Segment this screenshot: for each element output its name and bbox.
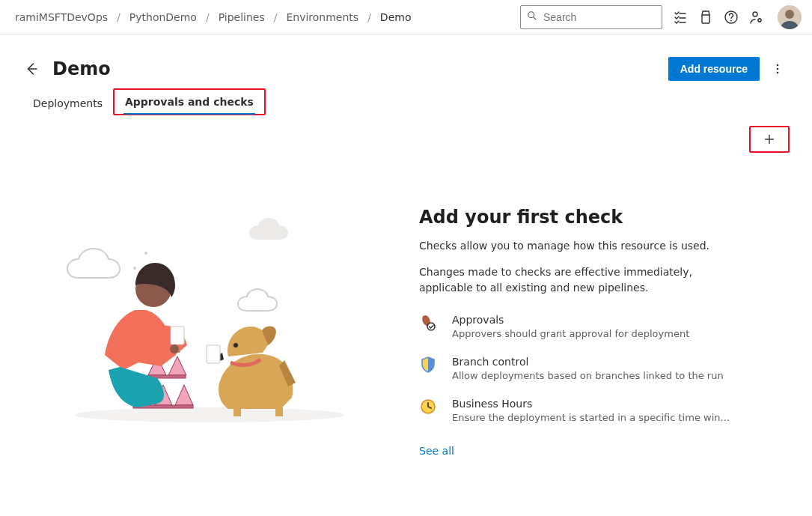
svg-point-7	[785, 10, 794, 19]
clock-icon	[419, 398, 437, 416]
search-icon	[527, 10, 537, 23]
breadcrumb-item[interactable]: ramiMSFTDevOps	[10, 8, 112, 26]
empty-illustration	[37, 199, 359, 424]
empty-paragraph: Checks allow you to manage how this reso…	[419, 238, 741, 254]
svg-rect-31	[233, 409, 241, 416]
svg-point-3	[730, 19, 732, 21]
marketplace-icon[interactable]	[698, 10, 713, 25]
svg-rect-32	[275, 407, 283, 416]
search-input[interactable]	[542, 10, 656, 24]
empty-paragraph: Changes made to checks are effective imm…	[419, 264, 741, 296]
empty-state-text: Add your first check Checks allow you to…	[419, 199, 741, 457]
page-header: Demo Add resource	[0, 34, 812, 88]
check-suggestions-list: Approvals Approvers should grant approva…	[419, 314, 741, 425]
add-resource-button[interactable]: Add resource	[668, 57, 760, 81]
avatar[interactable]	[778, 5, 802, 29]
back-button[interactable]	[22, 60, 40, 78]
breadcrumb-separator: /	[204, 11, 211, 23]
check-item-approvals[interactable]: Approvals Approvers should grant approva…	[419, 314, 741, 341]
svg-point-16	[75, 407, 344, 422]
breadcrumb: ramiMSFTDevOps / PythonDemo / Pipelines …	[10, 8, 520, 26]
more-actions-button[interactable]	[766, 57, 790, 81]
empty-heading: Add your first check	[419, 207, 741, 228]
check-description: Allow deployments based on branches link…	[452, 369, 741, 383]
svg-point-29	[233, 343, 238, 347]
check-title: Branch control	[452, 356, 741, 368]
tabs: Deployments Approvals and checks	[0, 88, 812, 115]
svg-point-4	[753, 12, 757, 16]
breadcrumb-item-current[interactable]: Demo	[376, 8, 416, 26]
breadcrumb-separator: /	[115, 11, 122, 23]
svg-point-0	[528, 12, 534, 18]
svg-point-14	[133, 267, 136, 270]
svg-point-11	[777, 72, 779, 74]
svg-line-1	[534, 17, 537, 20]
svg-point-9	[777, 64, 779, 67]
breadcrumb-separator: /	[366, 11, 373, 23]
svg-point-15	[144, 252, 147, 255]
approvals-icon	[419, 314, 437, 332]
shield-icon	[419, 356, 437, 374]
svg-point-33	[427, 323, 435, 330]
breadcrumb-item[interactable]: Pipelines	[214, 8, 269, 26]
check-description: Approvers should grant approval for depl…	[452, 327, 741, 341]
see-all-link[interactable]: See all	[419, 445, 741, 457]
tasklist-icon[interactable]	[673, 10, 688, 25]
page-title: Demo	[52, 58, 111, 79]
user-settings-icon[interactable]	[749, 10, 764, 25]
svg-point-28	[170, 344, 179, 353]
svg-marker-19	[168, 356, 186, 375]
svg-rect-30	[207, 345, 220, 363]
top-icon-bar	[673, 5, 802, 29]
check-item-branch-control[interactable]: Branch control Allow deployments based o…	[419, 356, 741, 383]
breadcrumb-separator: /	[272, 11, 279, 23]
breadcrumb-item[interactable]: PythonDemo	[125, 8, 201, 26]
svg-marker-22	[175, 385, 193, 405]
add-check-button[interactable]	[749, 126, 790, 153]
tab-deployments[interactable]: Deployments	[22, 91, 113, 115]
top-bar: ramiMSFTDevOps / PythonDemo / Pipelines …	[0, 0, 812, 34]
empty-state: Add your first check Checks allow you to…	[22, 199, 790, 457]
svg-rect-27	[171, 327, 184, 344]
breadcrumb-item[interactable]: Environments	[281, 8, 363, 26]
content-area: Add your first check Checks allow you to…	[0, 115, 812, 466]
check-title: Approvals	[452, 314, 741, 326]
check-description: Ensure the deployment is started in a sp…	[452, 411, 741, 425]
plus-icon	[763, 133, 775, 145]
help-icon[interactable]	[724, 10, 739, 25]
tab-approvals-and-checks[interactable]: Approvals and checks	[113, 88, 266, 115]
check-title: Business Hours	[452, 398, 741, 410]
svg-point-10	[777, 68, 779, 70]
check-item-business-hours[interactable]: Business Hours Ensure the deployment is …	[419, 398, 741, 425]
search-box[interactable]	[520, 5, 662, 29]
